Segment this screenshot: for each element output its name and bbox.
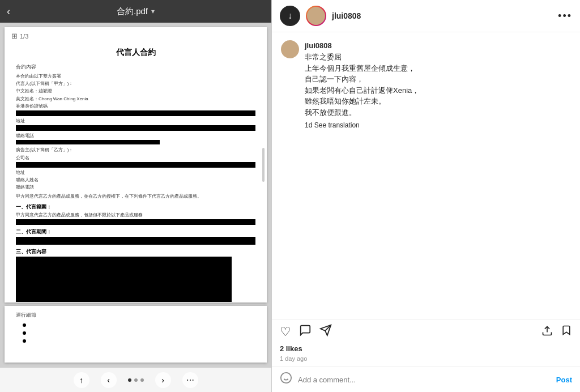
pdf-phone2-label: 聯絡電話 <box>16 184 255 190</box>
instagram-panel: ↓ jlui0808 ••• jlui0808 非常之委屈 上年今個月我重舊屋企… <box>272 0 580 392</box>
insta-more-button[interactable]: ••• <box>558 10 572 22</box>
insta-header: ↓ jlui0808 ••• <box>272 0 580 32</box>
insta-comment-button[interactable] <box>299 324 312 340</box>
pdf-body-text-1: 本合約由以下雙方簽署 <box>16 73 255 79</box>
insta-time-label: 1d <box>305 121 312 129</box>
pdf-chinese-name: 中文姓名：趙穎澄 <box>16 88 255 94</box>
pdf-section-contract-label: 合約內容 <box>16 63 255 71</box>
pdf-dot-1 <box>128 378 131 382</box>
svg-point-3 <box>281 373 291 383</box>
insta-comment-input-area: Post <box>272 367 580 392</box>
pdf-page-dots <box>128 378 144 382</box>
insta-avatar-area: jlui0808 <box>306 6 552 26</box>
insta-translation-label: See translation <box>314 121 360 129</box>
pdf-redacted-phone <box>16 140 160 144</box>
pdf-page-main: ⊞ 1/3 代言人合約 合約內容 本合約由以下雙方簽署 代言人(以下簡稱「甲方」… <box>5 27 267 302</box>
pdf-english-name: 英文姓名：Chong Wan Ching Xenia <box>16 96 255 102</box>
pdf-dropdown-icon[interactable]: ▾ <box>151 7 155 15</box>
pdf-nav-more[interactable]: ⋯ <box>182 372 198 388</box>
pdf-redacted-section2 <box>16 237 255 245</box>
pdf-bullet-5 <box>23 331 26 335</box>
pdf-section1-title: 一、代言範圍： <box>16 203 255 211</box>
insta-see-translation[interactable]: 1d See translation <box>305 121 571 129</box>
pdf-redacted-section1 <box>16 219 255 225</box>
insta-comment-body: jlui0808 非常之委屈 上年今個月我重舊屋企傾成生意， 自己認一下內容， … <box>305 40 571 129</box>
insta-post-content: jlui0808 非常之委屈 上年今個月我重舊屋企傾成生意， 自己認一下內容， … <box>272 32 580 319</box>
pdf-section3-title: 三、代言內容 <box>16 248 255 255</box>
pdf-page-indicator: ⊞ 1/3 <box>11 32 28 40</box>
pdf-content-area: ⊞ 1/3 代言人合約 合約內容 本合約由以下雙方簽署 代言人(以下簡稱「甲方」… <box>0 23 271 367</box>
pdf-para-text: 甲方同意代言乙方的產品或服務，並在乙方的授權下，在下列條件下代言乙方的產品或服務… <box>16 194 255 200</box>
pdf-dot-2 <box>134 378 138 382</box>
insta-actions: ♡ <box>272 319 580 344</box>
insta-header-avatar[interactable] <box>306 6 326 26</box>
insta-emoji-button[interactable] <box>280 372 292 387</box>
insta-post-button[interactable]: Post <box>556 376 572 384</box>
pdf-bottom-nav: ↑ ‹ › ⋯ <box>0 367 271 392</box>
insta-download-icon: ↓ <box>288 11 292 21</box>
insta-likes-count: 2 likes <box>272 344 580 355</box>
insta-comment-username[interactable]: jlui0808 <box>305 41 332 50</box>
insta-bookmark-button[interactable] <box>561 325 572 339</box>
pdf-nav-share[interactable]: ↑ <box>74 372 89 388</box>
insta-upload-button[interactable] <box>541 325 553 339</box>
insta-heart-button[interactable]: ♡ <box>280 325 291 339</box>
pdf-title-area: 合約.pdf ▾ <box>117 6 155 17</box>
pdf-phone-label: 聯絡電話 <box>16 133 255 139</box>
pdf-company-label: 公司名 <box>16 155 255 161</box>
insta-comment-text: 非常之委屈 上年今個月我重舊屋企傾成生意， 自己認一下內容， 如果老闆有心自己計… <box>305 52 571 118</box>
pdf-nav-prev[interactable]: ‹ <box>101 372 117 388</box>
insta-comment-input[interactable] <box>298 376 551 384</box>
pdf-scroll-indicator <box>262 148 265 182</box>
insta-send-button[interactable] <box>319 324 332 340</box>
pdf-bottom-section-label: 運行細節 <box>16 312 255 319</box>
pdf-hkid-label: 香港身份證號碼 <box>16 103 255 109</box>
pdf-back-button[interactable]: ‹ <box>7 6 10 18</box>
insta-comment-avatar[interactable] <box>281 40 299 58</box>
insta-username-header[interactable]: jlui0808 <box>332 11 361 20</box>
insta-time-ago: 1 day ago <box>272 355 580 367</box>
pdf-redacted-address <box>16 125 255 131</box>
pdf-page-content: 代言人合約 合約內容 本合約由以下雙方簽署 代言人(以下簡稱「甲方」)： 中文姓… <box>16 48 255 302</box>
pdf-dot-3 <box>140 378 144 382</box>
pdf-title: 合約.pdf <box>117 6 148 17</box>
pdf-party-a-label: 代言人(以下簡稱「甲方」)： <box>16 80 255 87</box>
pdf-main-title: 代言人合約 <box>16 48 255 58</box>
pdf-party-b-label: 廣告主(以下簡稱「乙方」)： <box>16 147 255 153</box>
pdf-redacted-section3 <box>16 257 232 302</box>
pdf-redacted-company <box>16 162 255 168</box>
pdf-section2-title: 二、代言期間： <box>16 228 255 236</box>
pdf-address-label: 地址 <box>16 118 255 124</box>
pdf-nav-next[interactable]: › <box>155 372 171 388</box>
pdf-contact-label: 聯絡人姓名 <box>16 177 255 183</box>
pdf-page-bottom: 運行細節 <box>5 306 267 363</box>
pdf-bullet-4 <box>23 323 26 327</box>
pdf-redacted-id <box>16 110 255 116</box>
insta-download-button[interactable]: ↓ <box>280 6 300 26</box>
insta-avatar-inner <box>307 7 325 25</box>
pdf-section1-text: 甲方同意代言乙方的產品或服務，包括但不限於以下產品或服務 <box>16 212 255 218</box>
pdf-bullet-6 <box>23 339 26 343</box>
insta-comment-block: jlui0808 非常之委屈 上年今個月我重舊屋企傾成生意， 自己認一下內容， … <box>281 40 571 129</box>
pdf-address2-label: 地址 <box>16 169 255 176</box>
pdf-toolbar: ‹ 合約.pdf ▾ <box>0 0 271 23</box>
pdf-panel: ‹ 合約.pdf ▾ ⊞ 1/3 代言人合約 合約內容 本合約由以下雙方簽署 代… <box>0 0 272 392</box>
